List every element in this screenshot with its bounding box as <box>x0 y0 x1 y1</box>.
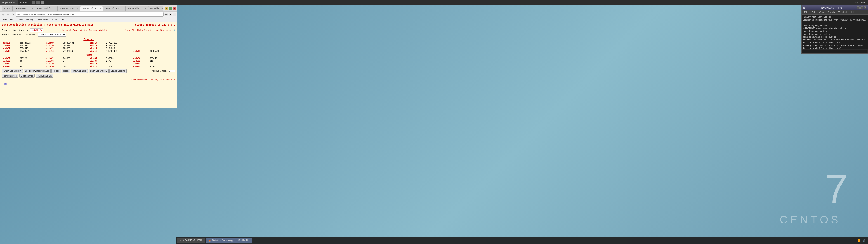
tab-statistics-close[interactable]: × <box>100 7 101 9</box>
taskbar-applications[interactable]: Applications <box>0 0 18 5</box>
tab-statistics[interactable]: Statistics @ carme-... × <box>80 6 103 11</box>
buttons-row: Empty Log Window Send Log Window to ELog… <box>2 69 176 73</box>
midas-menu-terminal[interactable]: Terminal <box>837 11 849 14</box>
reload-button[interactable]: ↻ <box>11 12 15 17</box>
midas-log-line: done executing do_PostSetup <box>803 35 866 38</box>
menu-file[interactable]: File <box>1 18 8 21</box>
counter-select[interactable]: AIDA ADC data items <box>37 33 66 37</box>
midas-menu-file[interactable]: File <box>802 11 810 14</box>
browser-taskbar-icon: 🦊 <box>208 239 211 242</box>
midas-window-controls: – □ × <box>857 6 866 9</box>
browser-titlebar: AIDA × Experiment Control @ × Run Contro… <box>0 5 177 11</box>
tab-spectrum[interactable]: Spectrum.Browser @... × <box>58 6 80 11</box>
rate-table: aida01 223722 aida02 246053 aida07 25558… <box>2 57 176 68</box>
last-updated: Last Updated: June 16, 2024 14:53:25 <box>2 79 176 81</box>
menu-view[interactable]: View <box>16 18 24 21</box>
midas-menu-edit[interactable]: Edit <box>810 11 817 14</box>
table-row: aida09 aida10 aida11 aida12 <box>2 62 176 65</box>
menu-edit[interactable]: Edit <box>8 18 16 21</box>
autoupdate-button[interactable]: AutoUpdate On <box>36 74 53 78</box>
enable-logging-button[interactable]: Enable Logging <box>110 69 127 73</box>
forward-button[interactable]: ▶ <box>6 12 10 17</box>
zoom-indicator[interactable]: 90% <box>164 13 168 16</box>
tab-aida-close[interactable]: × <box>9 7 10 9</box>
stats-row: Zero Statistics Update Once AutoUpdate O… <box>2 74 176 78</box>
midas-menu-help[interactable]: Help <box>848 11 857 14</box>
tab-experiment-label: Experiment Control @ <box>14 7 31 9</box>
browser-tabs: AIDA × Experiment Control @ × Run Contro… <box>2 6 163 11</box>
show-log-window-button[interactable]: Show Log Window <box>89 69 109 73</box>
browser-toolbar: ◀ ▶ ↻ 90% ★ ☰ <box>0 11 177 18</box>
speaker-icon: 🔊 <box>862 239 866 242</box>
show-variables-button[interactable]: Show Variables <box>71 69 88 73</box>
reload-button-page[interactable]: Reload <box>51 69 61 73</box>
midas-command-input[interactable] <box>802 50 867 53</box>
table-row: aida01 223722 aida02 246053 aida07 25558… <box>2 57 176 60</box>
taskbar-top: Applications Places Sun 14:53 <box>0 0 868 5</box>
zero-statistics-button[interactable]: Zero Statistics <box>2 74 18 78</box>
midas-log-content: RunControlClient loadedCompleted custom … <box>802 15 868 49</box>
tab-spectrum-close[interactable]: × <box>77 7 78 9</box>
reset-button[interactable]: Reset <box>62 69 70 73</box>
send-log-button[interactable]: Send Log Window to ELog <box>24 69 51 73</box>
tab-aida[interactable]: AIDA × <box>2 6 12 11</box>
tab-run-control[interactable]: Run Control @ carm... × <box>35 6 58 11</box>
system-tray-icon1 <box>32 1 35 4</box>
midas-minimize[interactable]: – <box>857 6 860 9</box>
tab-runcontrol-close[interactable]: × <box>55 7 56 9</box>
bookmark-button[interactable]: ★ <box>168 13 172 16</box>
counter-val-2: 186300094 <box>62 41 89 44</box>
client-address: client address is 127.0.0.1 <box>135 23 176 27</box>
tab-whiterabbit[interactable]: GSI White Rabbit Tr... × <box>148 6 163 11</box>
tab-statistics-label: Statistics @ carme-... <box>82 7 99 9</box>
menu-button[interactable]: ☰ <box>173 13 176 16</box>
tab-experiment-control[interactable]: Experiment Control @ × <box>12 6 35 11</box>
midas-log-line: loading Spectrum.tcl > can not find chan… <box>803 44 866 47</box>
menu-history[interactable]: History <box>24 18 35 21</box>
counter-id-1: aida01 <box>2 41 19 44</box>
acq-server-select[interactable]: aida15 <box>30 28 43 32</box>
midas-close[interactable]: × <box>864 6 866 9</box>
show-all-icon: 🔗 <box>173 29 176 31</box>
midas-icon: 🖥 <box>803 6 805 9</box>
module-index-input[interactable] <box>168 69 176 72</box>
tab-control-label: Control @ carme-gsi... <box>105 7 121 9</box>
table-row: aida05 04 aida06 7 aida07 2672 aida09 31… <box>2 60 176 62</box>
table-row: aida09 7578445 aida11 286061 aida14 7454… <box>2 47 176 50</box>
midas-log-line: executing do_PostSetup <box>803 33 866 36</box>
menu-help[interactable]: Help <box>59 18 67 21</box>
taskbar-left: Applications Places <box>0 0 48 5</box>
taskbar-midas-item[interactable]: 🖥 AIDA MIDAS HTTPd <box>177 238 205 243</box>
page-content: Data Acquisition Statistics @ http carme… <box>0 22 177 108</box>
update-once-button[interactable]: Update Once <box>20 74 35 78</box>
tab-systemwide-close[interactable]: × <box>145 7 146 9</box>
minimize-button[interactable]: – <box>165 7 168 10</box>
menu-bookmarks[interactable]: Bookmarks <box>35 18 50 21</box>
back-button[interactable]: ◀ <box>1 12 5 17</box>
midas-menubar: File Edit View Search Terminal Help <box>802 10 868 15</box>
midas-log-line: executing do_PreReset <box>803 24 866 27</box>
acq-servers-row: Acquisition Servers aida15 Current Acqui… <box>2 28 176 32</box>
show-all-servers-link[interactable]: Show ALL Data Acquisition Servers? 🔗 <box>125 29 176 31</box>
tab-systemwide[interactable]: System wide Check... × <box>125 6 148 11</box>
centos-number: 7 <box>825 165 848 212</box>
tab-experiment-close[interactable]: × <box>32 7 33 9</box>
midas-log-line: lf": no such file or directory" <box>803 41 866 44</box>
midas-maximize[interactable]: □ <box>860 6 863 9</box>
address-bar[interactable] <box>16 12 164 17</box>
browser-window: AIDA × Experiment Control @ × Run Contro… <box>0 5 178 108</box>
tab-control-close[interactable]: × <box>122 7 123 9</box>
browser-menu: File Edit View History Bookmarks Tools H… <box>0 18 177 22</box>
taskbar-browser-item[interactable]: 🦊 Statistics @ carme-g... — Mozilla Fir.… <box>206 238 252 243</box>
maximize-button[interactable]: □ <box>169 7 172 10</box>
current-server: Current Acquisition Server aida16 <box>45 29 123 31</box>
menu-tools[interactable]: Tools <box>50 18 59 21</box>
taskbar-right: Sun 14:53 <box>855 1 868 4</box>
tab-control[interactable]: Control @ carme-gsi... × <box>103 6 125 11</box>
midas-menu-search[interactable]: Search <box>826 11 837 14</box>
empty-log-button[interactable]: Empty Log Window <box>2 69 23 73</box>
taskbar-places[interactable]: Places <box>18 0 30 5</box>
home-link[interactable]: Home <box>2 83 176 85</box>
close-button[interactable]: × <box>173 7 176 10</box>
midas-menu-view[interactable]: View <box>817 11 826 14</box>
